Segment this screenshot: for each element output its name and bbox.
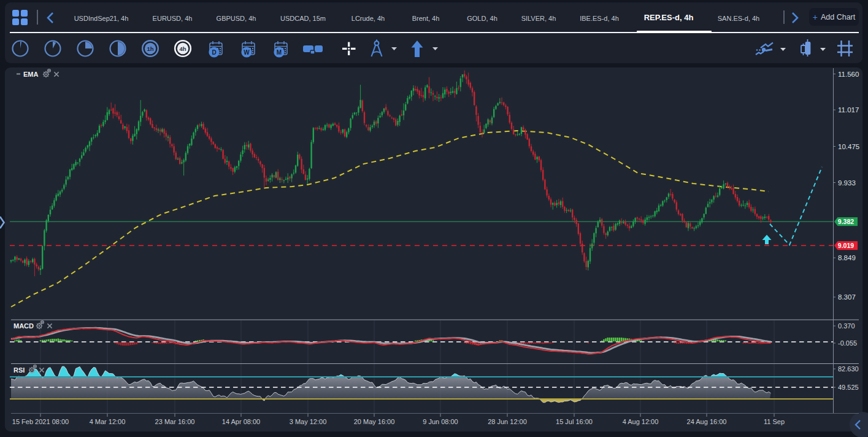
svg-text:1h: 1h: [147, 45, 153, 52]
svg-text:W: W: [244, 49, 250, 56]
svg-text:D: D: [212, 49, 216, 56]
svg-text:4h: 4h: [179, 45, 186, 52]
svg-text:0: 0: [34, 365, 36, 368]
svg-text:0: 0: [41, 320, 43, 324]
svg-text:0: 0: [48, 69, 50, 72]
svg-text:M: M: [277, 49, 282, 56]
